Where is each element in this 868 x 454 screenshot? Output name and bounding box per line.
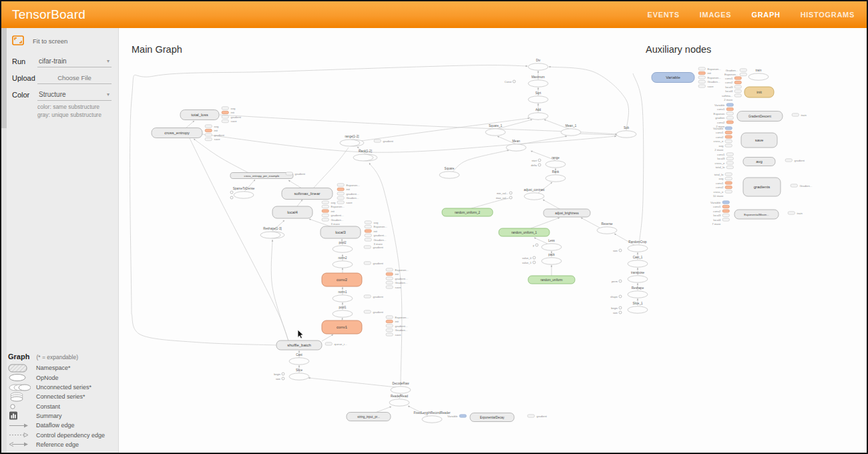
graph-node-Sqrt[interactable]: Sqrt (528, 91, 548, 103)
graph-node-cross_entropy_per_example[interactable]: cross_entropy_per_example (230, 173, 293, 179)
svg-text:gradient...: gradient... (395, 324, 408, 328)
graph-node-Div[interactable]: Div (528, 59, 548, 70)
svg-text:local4: local4 (725, 89, 733, 93)
graph-const (230, 191, 233, 194)
color-select[interactable]: Structure ▾ (37, 89, 112, 101)
graph-node-Square_1[interactable]: Square_1 (485, 124, 505, 136)
graph-node-Cast[interactable]: Cast (289, 353, 309, 365)
graph-node-SparseToDense[interactable]: SparseToDense (233, 187, 255, 198)
graph-const: value_1 (522, 261, 535, 264)
tab-images[interactable]: IMAGES (700, 11, 732, 19)
svg-text:delta: delta (531, 164, 537, 167)
svg-text:shuffle_batch: shuffle_batch (287, 343, 311, 347)
svg-text:Square: Square (445, 167, 455, 170)
graph-const: size (613, 311, 622, 314)
graph-node-norm1[interactable]: norm1 (333, 290, 353, 302)
graph-node-pack[interactable]: pack (541, 253, 562, 264)
svg-text:conv1: conv1 (717, 153, 725, 156)
svg-text:queue_r...: queue_r... (335, 343, 347, 346)
graph-node-RandomCrop[interactable]: RandomCrop (628, 240, 648, 252)
tab-events[interactable]: EVENTS (648, 11, 680, 19)
graph-node-Reshape[interactable]: Reshape (628, 286, 648, 298)
graph-node-Reshape_1_3[interactable]: Reshape[1-3] (260, 227, 284, 238)
svg-text:train: train (756, 69, 762, 72)
graph-node-random_uniform_2[interactable]: random_uniform_2 (442, 208, 493, 216)
graph-node-aux_init[interactable]: init (744, 87, 774, 97)
svg-text:gradient: gradient (373, 246, 384, 249)
svg-text:Reshape: Reshape (632, 286, 644, 290)
svg-text:init: init (374, 230, 378, 233)
graph-node-Slice_1[interactable]: Slice_1 (628, 302, 648, 313)
graph-node-Maximum[interactable]: Maximum (528, 75, 548, 87)
sidebar-scrollbar[interactable] (1, 28, 7, 453)
graph-node-local4[interactable]: local4 (272, 206, 312, 218)
graph-node-Square[interactable]: Square (439, 167, 459, 178)
graph-node-norm2[interactable]: norm2 (333, 256, 353, 268)
svg-text:Maximum: Maximum (531, 75, 545, 79)
svg-text:Sub: Sub (624, 126, 630, 130)
graph-node-local3[interactable]: local3 (320, 226, 361, 238)
graph-node-ReaderRead[interactable]: ReaderRead (389, 395, 409, 406)
graph-node-Cast_1[interactable]: Cast_1 (628, 256, 648, 267)
svg-text:conv1: conv1 (337, 325, 348, 329)
graph-node-total_loss[interactable]: total_loss (180, 110, 219, 120)
svg-text:Cast: Cast (296, 353, 302, 357)
graph-node-DecodeRaw[interactable]: DecodeRaw (391, 382, 411, 393)
graph-node-ExponentialDecay[interactable]: ExponentialDecay (470, 413, 514, 422)
graph-node-random_uniform[interactable]: random_uniform (528, 276, 575, 284)
graph-node-pool2[interactable]: pool2 (333, 241, 353, 252)
graph-node-Mean_1[interactable]: Mean_1 (561, 124, 581, 136)
graph-node-aux_gradients[interactable]: gradients (743, 178, 781, 196)
svg-text:ExponentialDecay: ExponentialDecay (480, 416, 505, 419)
choose-file-button[interactable]: Choose File (37, 72, 112, 84)
graph-node-Add[interactable]: Add (528, 108, 548, 120)
graph-node-aux_ExponentialMoving[interactable]: ExponentialMovin... (734, 210, 779, 219)
graph-node-transpose[interactable]: transpose (628, 271, 648, 282)
fit-to-screen-button[interactable]: Fit to screen (1, 28, 118, 51)
graph-node-random_uniform_1[interactable]: random_uniform_1 (499, 228, 550, 236)
annotation-cluster: Exponen...initgradient...Gradien...save (386, 316, 409, 336)
graph-node-adjust_contrast[interactable]: adjust_contrast (523, 188, 545, 200)
graph-node-Reverse[interactable]: Reverse (597, 222, 617, 234)
annotation-cluster: train (792, 114, 807, 117)
tab-graph[interactable]: GRAPH (751, 11, 780, 19)
svg-text:begin: begin (274, 373, 280, 376)
svg-text:ReaderRead: ReaderRead (391, 395, 408, 398)
graph-node-aux_avg[interactable]: avg (743, 158, 775, 166)
tab-histograms[interactable]: HISTOGRAMS (801, 11, 855, 19)
graph-node-aux_save[interactable]: save (741, 133, 777, 148)
graph-node-conv2[interactable]: conv2 (322, 273, 362, 286)
graph-node-shuffle_batch[interactable]: shuffle_batch (276, 340, 322, 350)
graph-node-Less[interactable]: Less (541, 239, 562, 250)
svg-text:Less: Less (548, 239, 555, 242)
graph-node-Slice[interactable]: Slice (289, 369, 309, 380)
graph-node-aux_train[interactable]: train (748, 69, 769, 80)
graph-node-FixedLengthRecordReader[interactable]: FixedLengthRecordReader (413, 411, 451, 423)
svg-text:Sqrt: Sqrt (535, 91, 541, 95)
graph-node-pool1[interactable]: pool1 (333, 306, 353, 317)
legend-label: Unconnected series* (36, 384, 91, 391)
graph-node-aux_GradientDescent[interactable]: GradientDescent (737, 111, 783, 122)
annotation-cluster: conv1local3cross_etotal_lo (714, 153, 733, 170)
graph-node-range_1_2[interactable]: range[1-2] (340, 135, 364, 146)
sidebar-scrollbar-thumb[interactable] (1, 28, 7, 128)
graph-node-string_input_producer[interactable]: string_input_pr... (347, 413, 391, 421)
svg-text:Mean_1: Mean_1 (566, 124, 577, 128)
svg-text:adjust_brightness: adjust_brightness (555, 212, 579, 215)
dataflow-edge-icon (8, 423, 36, 429)
run-select[interactable]: cifar-train ▾ (37, 55, 112, 67)
graph-node-adjust_brightness[interactable]: adjust_brightness (544, 209, 590, 217)
graph-node-range[interactable]: range (546, 156, 566, 168)
graph-node-Sub[interactable]: Sub (616, 126, 636, 138)
annotation-cluster: Variableconv1conv2cross_eavg2 more (713, 127, 732, 152)
graph-node-Rank[interactable]: Rank (546, 170, 566, 182)
svg-text:init: init (395, 272, 399, 276)
graph-node-conv1[interactable]: conv1 (322, 320, 362, 334)
graph-node-softmax_linear[interactable]: softmax_linear (282, 188, 333, 200)
sidebar: Fit to screen Run cifar-train ▾ Upload C… (1, 28, 119, 453)
graph-node-aux_Variable[interactable]: Variable (652, 73, 694, 83)
annotation-cluster: Gradien... (791, 184, 812, 188)
graph-node-cross_entropy[interactable]: cross_entropy (152, 128, 202, 138)
graph-canvas[interactable]: total_losscross_entropycross_entropy_per… (119, 28, 868, 453)
graph-node-Rank_1_2[interactable]: Rank[1-2] (353, 150, 377, 161)
